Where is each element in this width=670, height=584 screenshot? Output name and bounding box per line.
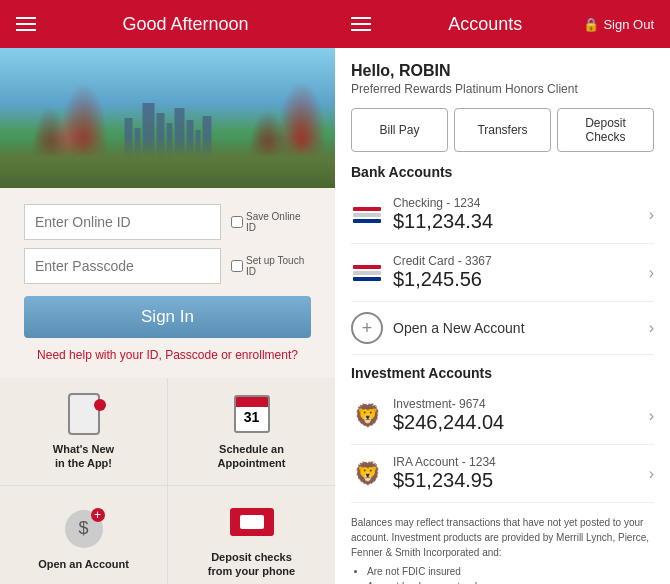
sign-out-label: Sign Out <box>603 17 654 32</box>
bill-pay-button[interactable]: Bill Pay <box>351 108 448 152</box>
touch-id-checkbox[interactable] <box>231 260 243 272</box>
add-account-text: Open a New Account <box>393 320 649 336</box>
calendar-icon: 31 <box>230 392 274 436</box>
credit-card-account-balance: $1,245.56 <box>393 268 649 291</box>
save-online-id-checkbox[interactable] <box>231 216 243 228</box>
touch-id-label[interactable]: Set up Touch ID <box>231 255 311 277</box>
client-type: Preferred Rewards Platinum Honors Client <box>351 82 654 96</box>
passcode-row: Set up Touch ID <box>24 248 311 284</box>
online-id-input[interactable] <box>24 204 221 240</box>
left-panel: Good Afternoon Save Online ID <box>0 0 335 584</box>
action-buttons: Bill Pay Transfers Deposit Checks <box>351 108 654 152</box>
lock-icon: 🔒 <box>583 17 599 32</box>
credit-card-chevron-icon: › <box>649 264 654 282</box>
right-panel: Accounts 🔒 Sign Out Hello, ROBIN Preferr… <box>335 0 670 584</box>
hero-image <box>0 48 335 188</box>
disclaimer-item-2: Are not bank guaranteed <box>367 579 654 584</box>
ira-account-balance: $51,234.95 <box>393 469 649 492</box>
quick-link-open-account[interactable]: $ Open an Account <box>0 486 167 584</box>
checking-chevron-icon: › <box>649 206 654 224</box>
left-menu-icon[interactable] <box>16 17 36 31</box>
investment-account-info: Investment- 9674 $246,244.04 <box>393 397 649 434</box>
quick-link-appointment[interactable]: 31 Schedule anAppointment <box>168 378 335 485</box>
checking-account-item[interactable]: Checking - 1234 $11,234.34 › <box>351 186 654 244</box>
investment-icon: 🦁 <box>351 400 383 432</box>
quick-link-whats-new[interactable]: What's Newin the App! <box>0 378 167 485</box>
investment-account-item[interactable]: 🦁 Investment- 9674 $246,244.04 › <box>351 387 654 445</box>
touch-id-group: Set up Touch ID <box>231 255 311 277</box>
greeting: Hello, ROBIN <box>351 62 654 80</box>
quick-link-whats-new-label: What's Newin the App! <box>53 442 114 471</box>
touch-id-text: Set up Touch ID <box>246 255 311 277</box>
credit-card-account-info: Credit Card - 3367 $1,245.56 <box>393 254 649 291</box>
right-title: Accounts <box>387 14 583 35</box>
deposit-checks-button[interactable]: Deposit Checks <box>557 108 654 152</box>
boa-logo-credit <box>351 262 383 284</box>
ira-account-item[interactable]: 🦁 IRA Account - 1234 $51,234.95 › <box>351 445 654 503</box>
save-online-id-text: Save Online ID <box>246 211 311 233</box>
checking-account-name: Checking - 1234 <box>393 196 649 210</box>
transfers-button[interactable]: Transfers <box>454 108 551 152</box>
passcode-input[interactable] <box>24 248 221 284</box>
login-form: Save Online ID Set up Touch ID Sign In N… <box>0 188 335 378</box>
plus-circle-icon: + <box>351 312 383 344</box>
quick-link-deposit[interactable]: Deposit checksfrom your phone <box>168 486 335 584</box>
bank-accounts-title: Bank Accounts <box>351 164 654 180</box>
checking-account-info: Checking - 1234 $11,234.34 <box>393 196 649 233</box>
disclaimer-list: Are not FDIC insured Are not bank guaran… <box>367 564 654 584</box>
quick-link-open-account-label: Open an Account <box>38 557 129 571</box>
disclaimer-main: Balances may reflect transactions that h… <box>351 517 649 558</box>
investment-chevron-icon: › <box>649 407 654 425</box>
account-plus-icon: $ <box>62 507 106 551</box>
disclaimer-text: Balances may reflect transactions that h… <box>351 515 654 584</box>
credit-card-account-item[interactable]: Credit Card - 3367 $1,245.56 › <box>351 244 654 302</box>
investment-account-name: Investment- 9674 <box>393 397 649 411</box>
save-online-id-label[interactable]: Save Online ID <box>231 211 311 233</box>
boa-logo-checking <box>351 204 383 226</box>
sign-in-button[interactable]: Sign In <box>24 296 311 338</box>
add-account-item[interactable]: + Open a New Account › <box>351 302 654 355</box>
online-id-row: Save Online ID <box>24 204 311 240</box>
city-skyline <box>124 103 211 158</box>
quick-link-appointment-label: Schedule anAppointment <box>218 442 286 471</box>
phone-notification-icon <box>62 392 106 436</box>
credit-card-account-name: Credit Card - 3367 <box>393 254 649 268</box>
quick-link-deposit-label: Deposit checksfrom your phone <box>208 550 295 579</box>
disclaimer-item-1: Are not FDIC insured <box>367 564 654 579</box>
sign-out-button[interactable]: 🔒 Sign Out <box>583 17 654 32</box>
checking-account-balance: $11,234.34 <box>393 210 649 233</box>
right-menu-icon[interactable] <box>351 17 371 31</box>
right-header: Accounts 🔒 Sign Out <box>335 0 670 48</box>
help-link[interactable]: Need help with your ID, Passcode or enro… <box>24 348 311 362</box>
quick-links-grid: What's Newin the App! 31 Schedule anAppo… <box>0 378 335 584</box>
investment-accounts-title: Investment Accounts <box>351 365 654 381</box>
add-account-chevron-icon: › <box>649 319 654 337</box>
ira-chevron-icon: › <box>649 465 654 483</box>
ira-account-name: IRA Account - 1234 <box>393 455 649 469</box>
ira-account-info: IRA Account - 1234 $51,234.95 <box>393 455 649 492</box>
left-title: Good Afternoon <box>52 14 319 35</box>
save-online-id-group: Save Online ID <box>231 211 311 233</box>
deposit-check-icon <box>230 500 274 544</box>
left-header: Good Afternoon <box>0 0 335 48</box>
right-content: Hello, ROBIN Preferred Rewards Platinum … <box>335 48 670 584</box>
investment-account-balance: $246,244.04 <box>393 411 649 434</box>
ira-icon: 🦁 <box>351 458 383 490</box>
